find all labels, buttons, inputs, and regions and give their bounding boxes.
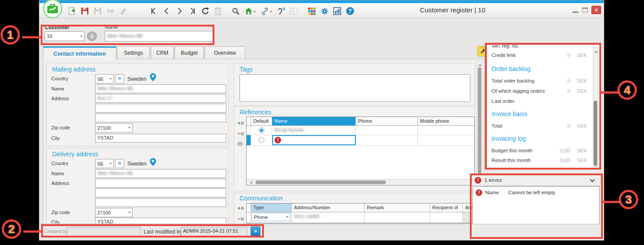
first-record-icon[interactable] <box>149 7 158 15</box>
dropdown-arrow-icon[interactable] <box>270 11 272 14</box>
reference-row-1[interactable]: Bengt Nyman <box>247 126 474 135</box>
row-indicator-header <box>247 204 251 212</box>
delivery-name-input[interactable]: Allan Nilsson AB <box>95 169 226 178</box>
minimize-button[interactable] <box>572 7 579 13</box>
mailing-address-input-3[interactable] <box>95 113 226 122</box>
scroll-up-icon[interactable] <box>478 62 482 66</box>
cell-name[interactable]: Bengt Nyman <box>272 126 356 135</box>
mailing-name-input[interactable]: Allan Nilsson AB <box>95 84 226 93</box>
delivery-zip-combo[interactable]: 27100 <box>95 208 133 217</box>
column-header-recipient-of[interactable]: Recipient of <box>430 204 463 212</box>
listen-icon[interactable] <box>277 7 286 15</box>
scrollbar-thumb[interactable] <box>478 67 481 177</box>
delivery-city-input[interactable]: YSTAD <box>95 218 226 224</box>
map-pin-icon[interactable] <box>150 158 156 168</box>
screenshot-stage: AB <box>0 0 644 245</box>
communication-row-1[interactable]: Phone 0411-13860 <box>247 212 474 223</box>
mailing-address-input-2[interactable] <box>95 104 226 113</box>
save-as-icon-disabled[interactable] <box>93 7 102 15</box>
column-header-phone[interactable]: Phone <box>356 117 418 125</box>
callout-circle-4: 4 <box>617 80 637 100</box>
paste-icon-disabled[interactable] <box>213 7 222 15</box>
delivery-country-combo[interactable]: SE <box>95 159 114 168</box>
mailing-address-input-1[interactable]: Box 17 <box>95 94 226 103</box>
help-icon[interactable]: ? <box>346 7 354 15</box>
maximize-button[interactable] <box>582 8 588 12</box>
tab-crm[interactable]: CRM <box>151 46 174 59</box>
type-combo[interactable]: Phone <box>252 213 290 221</box>
delivery-address-input-3[interactable] <box>95 198 226 207</box>
column-header-type[interactable]: Type <box>251 204 292 212</box>
tab-overview[interactable]: Overview <box>205 46 245 59</box>
cell-mobile[interactable] <box>418 126 474 135</box>
name-label: Name <box>51 86 64 91</box>
column-header-mobile-phone[interactable]: Mobile phone <box>418 117 474 125</box>
clear-icon-disabled[interactable] <box>119 7 128 15</box>
cell-name-focused-error[interactable] <box>272 135 356 145</box>
window-controls: × <box>572 6 601 14</box>
row-indicator <box>247 212 251 222</box>
city-label: City <box>51 219 60 224</box>
refresh-icon[interactable] <box>201 7 210 15</box>
cell-address-number[interactable]: 0411-13860 <box>292 212 365 222</box>
name-label: Name <box>51 171 64 176</box>
remove-row-icon[interactable]: −≡ <box>237 216 245 222</box>
communication-grid: Type Address/Number Remark Recipient of … <box>246 203 475 223</box>
references-header-row: Default Name Phone Mobile phone <box>247 117 474 126</box>
last-record-icon[interactable] <box>188 7 197 15</box>
tab-settings[interactable]: Settings <box>117 46 150 59</box>
mailing-zip-combo[interactable]: 27100 <box>95 123 133 132</box>
delivery-address-input-2[interactable] <box>95 188 226 197</box>
cell-phone[interactable] <box>356 135 418 145</box>
cell-type[interactable]: Phone <box>251 212 292 222</box>
references-title: References <box>240 109 271 116</box>
tab-contact-information[interactable]: Contact information <box>43 46 116 60</box>
delivery-address-group: Delivery address Country SE » Sweden Nam… <box>46 148 229 224</box>
delivery-address-input-1[interactable] <box>95 179 226 188</box>
tags-input[interactable] <box>240 74 470 102</box>
map-pin-icon[interactable] <box>150 73 156 83</box>
settings-icon[interactable] <box>320 7 329 15</box>
column-header-remark[interactable]: Remark <box>365 204 430 212</box>
callout-rect-1 <box>41 25 214 45</box>
scrollbar-thumb[interactable] <box>255 181 386 184</box>
envelope-icon[interactable]: ✉ <box>237 141 245 147</box>
column-header-name[interactable]: Name <box>272 117 356 125</box>
close-button[interactable]: × <box>591 6 601 14</box>
column-header-address-number[interactable]: Address/Number <box>292 204 365 212</box>
layout-icon-disabled[interactable] <box>290 7 298 15</box>
country-goto-button[interactable]: » <box>115 159 124 168</box>
country-goto-button[interactable]: » <box>115 74 124 83</box>
cell-phone[interactable] <box>356 126 418 135</box>
reference-row-2-editing[interactable] <box>247 135 474 146</box>
default-radio-selected[interactable] <box>259 128 264 133</box>
cell-recipient-of[interactable] <box>430 212 463 222</box>
previous-record-icon[interactable] <box>162 7 171 15</box>
reports-icon[interactable] <box>333 7 342 15</box>
link-icon[interactable] <box>260 7 273 15</box>
add-row-icon[interactable]: +≡ <box>237 205 245 211</box>
default-radio[interactable] <box>259 137 264 143</box>
cell-mobile[interactable] <box>418 135 474 145</box>
rename-icon-disabled[interactable]: AB <box>106 7 115 15</box>
add-row-icon[interactable]: +≡ <box>237 120 245 126</box>
dropdown-arrow-icon[interactable] <box>253 11 256 14</box>
references-horizontal-scrollbar[interactable] <box>247 179 474 185</box>
save-icon[interactable] <box>80 7 89 15</box>
delivery-address-title: Delivery address <box>52 151 98 158</box>
zip-label: Zip code <box>51 210 70 215</box>
home-icon[interactable] <box>244 7 256 15</box>
new-record-icon[interactable] <box>68 7 76 15</box>
tab-budget[interactable]: Budget <box>175 46 204 59</box>
mailing-city-input[interactable]: YSTAD <box>95 134 226 143</box>
callout-circle-1: 1 <box>0 25 20 45</box>
cell-remark[interactable] <box>365 212 430 222</box>
mailing-country-combo[interactable]: SE <box>95 74 114 83</box>
remove-row-icon[interactable]: −≡ <box>237 131 245 137</box>
scroll-left-icon[interactable] <box>248 181 252 185</box>
column-header-default[interactable]: Default <box>251 117 272 125</box>
next-record-icon[interactable] <box>175 7 184 15</box>
grid-empty-area <box>247 146 474 179</box>
search-icon[interactable] <box>231 7 240 15</box>
apps-grid-icon[interactable] <box>307 7 316 15</box>
